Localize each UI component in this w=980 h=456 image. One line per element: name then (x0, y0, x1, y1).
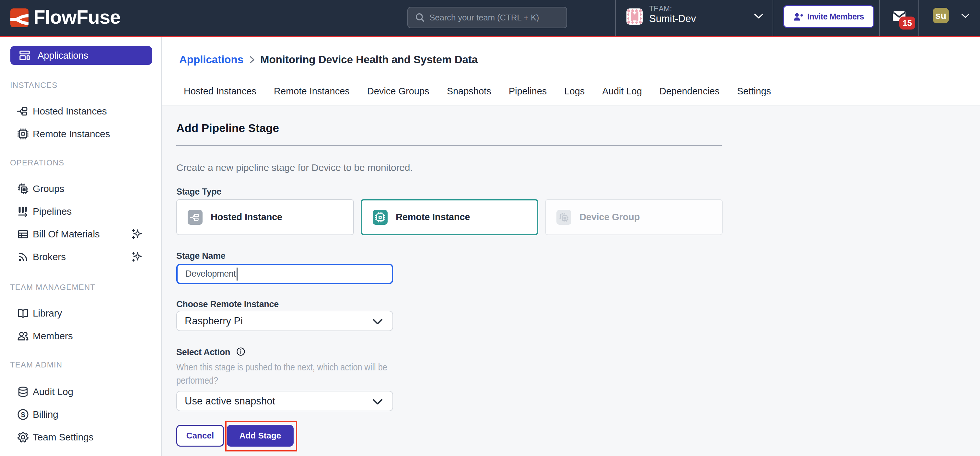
svg-text:$: $ (21, 410, 25, 419)
